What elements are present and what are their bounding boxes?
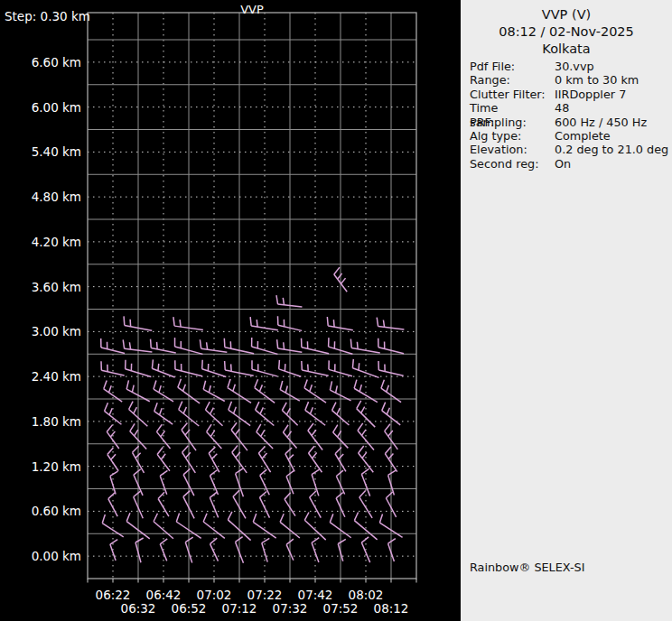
y-axis-label: 1.20 km xyxy=(32,459,81,474)
info-field-value: On xyxy=(555,157,668,171)
wind-barb xyxy=(361,468,369,496)
y-axis-label: 3.60 km xyxy=(32,280,81,294)
info-field-value: 0 km to 30 km xyxy=(555,73,668,87)
wind-barb xyxy=(135,538,144,562)
wind-barb xyxy=(388,470,396,495)
info-field-label: PRF: xyxy=(470,116,555,129)
wind-barb xyxy=(207,424,222,449)
wind-barb xyxy=(276,295,302,307)
wind-barb xyxy=(262,538,269,561)
panel-datetime: 08:12 / 02-Nov-2025 xyxy=(461,24,672,39)
info-field-row: Clutter Filter:IIRDoppler 7 xyxy=(470,88,668,101)
wind-barb xyxy=(338,539,346,561)
info-field-row: Pdf File:30.vvp xyxy=(470,60,668,73)
wind-barb xyxy=(107,425,119,449)
info-field-value: 48 xyxy=(555,101,668,115)
info-field-label: Clutter Filter: xyxy=(470,88,555,101)
wind-barb xyxy=(350,338,379,353)
x-axis-label: 07:02 xyxy=(197,588,232,602)
x-axis-label: 07:22 xyxy=(247,588,283,602)
wind-barb xyxy=(302,361,329,375)
wind-barb xyxy=(151,339,176,353)
wind-barb xyxy=(152,359,174,377)
wind-barb xyxy=(173,317,203,329)
x-axis-label: 07:12 xyxy=(222,601,257,616)
info-field-row: PRF:600 Hz / 450 Hz xyxy=(470,116,668,129)
wind-barb xyxy=(377,318,404,329)
info-field-value: Complete xyxy=(555,129,668,143)
vvp-application-window: Step: 0.30 km VVP 6.60 km6.00 km5.40 km4… xyxy=(0,0,672,621)
y-axis-label: 0.00 km xyxy=(32,549,81,563)
info-field-label: Time sampling: xyxy=(470,101,555,115)
y-axis-label: 2.40 km xyxy=(32,369,81,384)
vvp-time-height-plot xyxy=(0,0,461,621)
y-axis-label: 3.00 km xyxy=(32,324,81,338)
panel-site: Kolkata xyxy=(461,42,672,56)
info-field-label: Alg type: xyxy=(470,129,555,143)
wind-barb xyxy=(101,338,125,354)
wind-barb xyxy=(156,424,170,449)
info-field-value: 600 Hz / 450 Hz xyxy=(555,116,668,129)
info-field-label: Range: xyxy=(470,73,555,87)
info-field-label: Second reg: xyxy=(470,157,555,171)
info-field-label: Pdf File: xyxy=(470,60,555,73)
y-axis-label: 6.00 km xyxy=(32,100,81,115)
info-field-label: Elevation: xyxy=(470,143,555,156)
info-field-row: Alg type:Complete xyxy=(470,129,668,143)
info-field-value: 30.vvp xyxy=(555,60,668,73)
y-axis-label: 1.80 km xyxy=(32,414,81,429)
x-axis-label: 06:32 xyxy=(121,601,156,616)
info-panel: VVP (V) 08:12 / 02-Nov-2025 Kolkata Pdf … xyxy=(461,0,672,621)
wind-barb xyxy=(101,361,125,375)
wind-barb xyxy=(110,540,117,561)
x-axis-label: 08:12 xyxy=(374,601,409,616)
y-axis-label: 6.60 km xyxy=(32,55,81,70)
info-field-row: Elevation:0.2 deg to 21.0 deg xyxy=(470,143,668,156)
wind-barb xyxy=(252,338,278,354)
info-field-value: IIRDoppler 7 xyxy=(555,88,668,101)
info-field-value: 0.2 deg to 21.0 deg xyxy=(555,143,668,156)
info-field-row: Time sampling:48 xyxy=(470,101,668,115)
panel-field-list: Pdf File:30.vvpRange:0 km to 30 kmClutte… xyxy=(470,60,668,171)
wind-barb xyxy=(352,359,378,378)
plot-title: VVP xyxy=(240,3,264,16)
wind-barb xyxy=(388,539,396,561)
step-label: Step: 0.30 km xyxy=(5,9,90,23)
x-axis-label: 06:42 xyxy=(146,588,182,602)
wind-barb xyxy=(200,339,227,352)
wind-barb xyxy=(107,448,118,471)
info-field-row: Range:0 km to 30 km xyxy=(470,73,668,87)
info-field-row: Second reg:On xyxy=(470,157,668,171)
wind-barb xyxy=(157,448,170,471)
wind-barb xyxy=(110,471,117,494)
wind-barb xyxy=(252,360,277,376)
x-axis-label: 06:52 xyxy=(172,601,207,616)
x-axis-label: 07:42 xyxy=(298,588,333,602)
y-axis-label: 0.60 km xyxy=(32,504,81,518)
x-axis-label: 07:32 xyxy=(273,601,308,616)
wind-barb xyxy=(302,338,330,354)
y-axis-label: 4.20 km xyxy=(32,235,81,249)
x-axis-label: 08:02 xyxy=(349,588,384,602)
wind-barb xyxy=(277,339,303,352)
x-axis-label: 06:22 xyxy=(96,588,131,602)
brand-label: Rainbow® SELEX-SI xyxy=(470,561,584,574)
wind-barb xyxy=(202,360,227,377)
x-axis-label: 07:52 xyxy=(323,601,359,616)
panel-title: VVP (V) xyxy=(461,7,672,22)
y-axis-label: 4.80 km xyxy=(32,190,81,204)
wind-barb xyxy=(250,317,278,330)
wind-barb xyxy=(123,339,152,352)
wind-barb xyxy=(108,493,117,516)
y-axis-label: 5.40 km xyxy=(32,144,81,159)
